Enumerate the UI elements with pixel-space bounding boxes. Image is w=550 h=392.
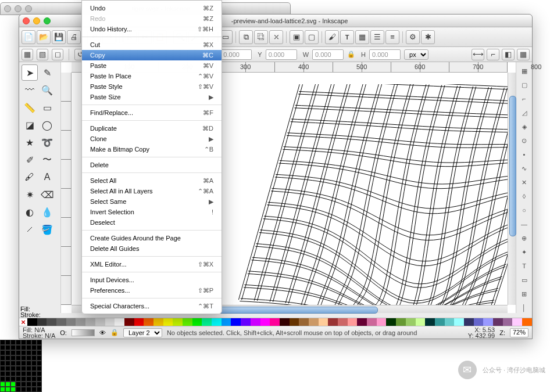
swatch[interactable] xyxy=(85,318,95,326)
swatch[interactable] xyxy=(105,318,115,326)
swatch[interactable] xyxy=(270,318,280,326)
swatch[interactable] xyxy=(309,318,319,326)
zoom-input[interactable]: 72% xyxy=(510,328,528,337)
snap-object-center[interactable]: ⊕ xyxy=(519,233,530,243)
tweak-tool[interactable]: 〰 xyxy=(22,82,38,98)
menu-item-delete[interactable]: Delete xyxy=(82,160,222,170)
dropper-tool[interactable]: 💧 xyxy=(39,204,55,220)
ungroup-button[interactable]: ▢ xyxy=(305,30,319,44)
affect-pattern-button[interactable]: ▦ xyxy=(517,49,530,60)
menu-item-undo[interactable]: Undo⌘Z xyxy=(82,3,222,13)
swatch[interactable] xyxy=(299,318,309,326)
lock-icon[interactable]: 🔒 xyxy=(347,51,355,58)
swatch[interactable] xyxy=(251,318,260,326)
snap-grid[interactable]: ⊞ xyxy=(519,289,530,299)
open-button[interactable]: 📂 xyxy=(37,30,51,44)
swatch[interactable] xyxy=(115,318,124,326)
snap-center[interactable]: ⊙ xyxy=(519,135,530,146)
group-button[interactable]: ▣ xyxy=(290,30,303,44)
swatch[interactable] xyxy=(124,318,134,326)
gradient-tool[interactable]: ◐ xyxy=(22,204,38,220)
opacity-slider[interactable] xyxy=(72,329,95,336)
swatch[interactable] xyxy=(173,318,183,326)
menu-item-cut[interactable]: Cut⌘X xyxy=(82,39,222,50)
menu-item-select-all-in-all-layers[interactable]: Select All in All Layers⌃⌘A xyxy=(82,186,222,196)
swatch[interactable] xyxy=(416,318,426,326)
unit-select[interactable]: px xyxy=(404,49,428,60)
snap-line-midpoint[interactable]: ― xyxy=(519,219,530,229)
duplicate-button[interactable]: ⧉ xyxy=(239,30,253,44)
swatch[interactable] xyxy=(357,318,367,326)
select-all-layers-button[interactable]: ▦ xyxy=(22,49,33,60)
print-button[interactable]: 🖨 xyxy=(67,30,81,44)
deselect-button[interactable]: ◻ xyxy=(52,49,63,60)
menu-item-paste[interactable]: Paste⌘V xyxy=(82,60,222,71)
h-input[interactable] xyxy=(369,49,401,60)
rect-tool[interactable]: ▭ xyxy=(39,99,55,116)
swatch[interactable] xyxy=(260,318,270,326)
menu-item-delete-all-guides[interactable]: Delete All Guides xyxy=(82,243,222,254)
select-same-button[interactable]: ▧ xyxy=(37,49,48,60)
new-button[interactable]: 📄 xyxy=(22,30,35,44)
swatch[interactable] xyxy=(192,318,202,326)
scrollbar-vertical[interactable] xyxy=(508,73,516,305)
affect-stroke-button[interactable]: ⟷ xyxy=(472,49,484,60)
swatch[interactable] xyxy=(37,318,47,326)
snap-bbox[interactable]: ▢ xyxy=(519,80,530,90)
traffic-lights[interactable] xyxy=(23,17,51,24)
spiral-tool[interactable]: ➰ xyxy=(39,134,55,150)
xml-button[interactable]: ▦ xyxy=(355,30,369,44)
menu-item-clone[interactable]: Clone▶ xyxy=(82,134,222,144)
edit-menu[interactable]: Undo⌘ZRedo⌘ZUndo History...⇧⌘HCut⌘XCopy⌘… xyxy=(81,0,222,314)
swatch[interactable] xyxy=(27,318,37,326)
snap-node[interactable]: • xyxy=(519,149,530,160)
menu-item-paste-size[interactable]: Paste Size▶ xyxy=(82,92,222,102)
snap-rotation-center[interactable]: ✦ xyxy=(519,247,530,257)
snap-cusp[interactable]: ◊ xyxy=(519,191,530,202)
snap-text-baseline[interactable]: T xyxy=(519,261,530,271)
calligraphy-tool[interactable]: 🖋 xyxy=(22,169,38,185)
3dbox-tool[interactable]: ◪ xyxy=(22,117,38,133)
save-button[interactable]: 💾 xyxy=(52,30,66,44)
ellipse-tool[interactable]: ◯ xyxy=(39,117,55,133)
swatch[interactable] xyxy=(212,318,222,326)
bezier-tool[interactable]: 〜 xyxy=(39,152,55,168)
swatch[interactable] xyxy=(483,318,493,326)
swatch[interactable] xyxy=(241,318,251,326)
text-button[interactable]: T xyxy=(340,30,354,44)
swatch[interactable] xyxy=(76,318,85,326)
swatch[interactable] xyxy=(95,318,105,326)
swatch[interactable] xyxy=(445,318,455,326)
swatch[interactable] xyxy=(183,318,192,326)
snap-toggle[interactable]: ▦ xyxy=(519,66,530,76)
menu-item-duplicate[interactable]: Duplicate⌘D xyxy=(82,123,222,134)
fill-stroke-button[interactable]: 🖌 xyxy=(325,30,339,44)
menu-item-create-guides-around-the-page[interactable]: Create Guides Around the Page xyxy=(82,233,222,243)
swatch[interactable] xyxy=(66,318,76,326)
w-input[interactable] xyxy=(312,49,344,60)
menu-item-find-replace-[interactable]: Find/Replace...⌘F xyxy=(82,107,222,118)
snap-page-border[interactable]: ▭ xyxy=(519,275,530,285)
swatch[interactable] xyxy=(348,318,358,326)
star-tool[interactable]: ★ xyxy=(22,134,38,150)
connector-tool[interactable]: ⟋ xyxy=(22,221,38,238)
swatch[interactable] xyxy=(338,318,348,326)
snap-smooth[interactable]: ○ xyxy=(519,205,530,215)
spray-tool[interactable]: ✷ xyxy=(22,186,38,203)
affect-gradient-button[interactable]: ◧ xyxy=(502,49,515,60)
swatch[interactable] xyxy=(163,318,173,326)
eraser-tool[interactable]: ⌫ xyxy=(39,186,55,203)
affect-corners-button[interactable]: ⌐ xyxy=(487,49,499,60)
snap-path[interactable]: ∿ xyxy=(519,163,530,174)
menu-item-preferences-[interactable]: Preferences...⇧⌘P xyxy=(82,285,222,296)
snap-intersection[interactable]: ✕ xyxy=(519,177,530,188)
swatch[interactable] xyxy=(319,318,328,326)
swatch[interactable] xyxy=(47,318,56,326)
swatch[interactable] xyxy=(280,318,290,326)
fill-stroke-indicator[interactable]: Fill: N/A Stroke: N/A xyxy=(23,327,55,339)
docprops-button[interactable]: ✱ xyxy=(421,30,435,44)
snap-guide[interactable]: │ xyxy=(519,303,530,313)
menu-item-xml-editor-[interactable]: XML Editor...⇧⌘X xyxy=(82,259,222,269)
menu-item-paste-style[interactable]: Paste Style⇧⌘V xyxy=(82,81,222,92)
swatch[interactable] xyxy=(493,318,503,326)
